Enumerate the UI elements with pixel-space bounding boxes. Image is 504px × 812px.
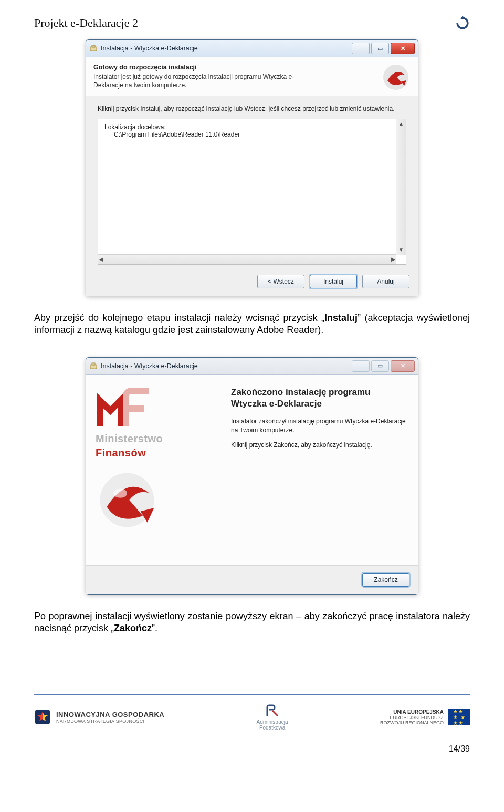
paragraph-2: Po poprawnej instalacji wyświetlony zost… bbox=[34, 610, 470, 634]
eu-line2: EUROPEJSKI FUNDUSZ bbox=[380, 715, 444, 720]
left-panel: Ministerstwo Finansów bbox=[86, 375, 229, 565]
ap-icon bbox=[265, 703, 280, 718]
installer-icon bbox=[89, 362, 98, 370]
header-divider bbox=[34, 33, 470, 33]
finish-line-1: Instalator zakończył instalację programu… bbox=[231, 417, 407, 435]
eu-line3: ROZWOJU REGIONALNEGO bbox=[380, 720, 444, 725]
eu-line1: UNIA EUROPEJSKA bbox=[380, 709, 444, 715]
finish-title: Zakończono instalację programu Wtyczka e… bbox=[231, 387, 407, 410]
right-panel: Zakończono instalację programu Wtyczka e… bbox=[229, 375, 418, 565]
step-header: Gotowy do rozpoczęcia instalacji Instala… bbox=[86, 57, 418, 96]
window-title: Instalacja - Wtyczka e-Deklaracje bbox=[101, 362, 352, 370]
step-title: Gotowy do rozpoczęcia instalacji bbox=[93, 64, 411, 71]
scroll-up-icon[interactable]: ▲ bbox=[396, 119, 406, 129]
footer-center: Administracja Podatkowa bbox=[257, 703, 288, 731]
installer-icon bbox=[89, 44, 98, 53]
horizontal-scrollbar[interactable]: ◀ ▶ bbox=[98, 254, 396, 264]
titlebar[interactable]: Instalacja - Wtyczka e-Deklaracje — ▭ ✕ bbox=[86, 40, 418, 57]
document-header: Projekt e-Deklaracje 2 bbox=[34, 16, 470, 30]
paragraph-1: Aby przejść do kolejnego etapu instalacj… bbox=[34, 312, 470, 336]
mf-logo-icon bbox=[96, 388, 153, 429]
app-logo-large-icon bbox=[96, 469, 159, 532]
maximize-button: ▭ bbox=[371, 360, 389, 372]
summary-label: Lokalizacja docelowa: bbox=[104, 123, 394, 131]
minimize-button[interactable]: — bbox=[352, 43, 370, 54]
svg-rect-1 bbox=[92, 45, 95, 47]
footer-divider bbox=[34, 694, 470, 695]
ap-line1: Administracja bbox=[257, 719, 288, 725]
ig-line1: INNOWACYJNA GOSPODARKA bbox=[56, 711, 164, 719]
eu-flag-icon: ★ ★★ ★★ ★ bbox=[448, 709, 470, 725]
svg-point-7 bbox=[113, 488, 127, 497]
mf-logo-line2: Finansów bbox=[96, 447, 146, 459]
summary-box[interactable]: Lokalizacja docelowa: C:\Program Files\A… bbox=[98, 119, 406, 265]
scroll-left-icon[interactable]: ◀ bbox=[99, 256, 103, 262]
para2-bold: Zakończ bbox=[114, 623, 152, 633]
install-button[interactable]: Instaluj bbox=[310, 275, 357, 288]
page-number: 14/39 bbox=[34, 744, 470, 754]
para1-bold: Instaluj bbox=[324, 313, 358, 323]
footer-right: UNIA EUROPEJSKA EUROPEJSKI FUNDUSZ ROZWO… bbox=[380, 709, 470, 725]
maximize-button[interactable]: ▭ bbox=[371, 43, 389, 54]
para2-post: ”. bbox=[152, 623, 158, 633]
close-button: ✕ bbox=[391, 360, 415, 372]
minimize-button: — bbox=[352, 360, 370, 372]
scroll-right-icon[interactable]: ▶ bbox=[391, 256, 395, 262]
installer-window-finished: Instalacja - Wtyczka e-Deklaracje — ▭ ✕ … bbox=[86, 357, 418, 595]
instruction-text: Kliknij przycisk Instaluj, aby rozpocząć… bbox=[98, 105, 406, 113]
cancel-button[interactable]: Anuluj bbox=[362, 275, 410, 288]
ap-line2: Podatkowa bbox=[259, 725, 285, 731]
app-logo-icon bbox=[381, 63, 411, 92]
footer: INNOWACYJNA GOSPODARKA NARODOWA STRATEGI… bbox=[34, 703, 470, 731]
finish-button[interactable]: Zakończ bbox=[362, 573, 410, 587]
para2-pre: Po poprawnej instalacji wyświetlony zost… bbox=[34, 611, 470, 633]
footer-left: INNOWACYJNA GOSPODARKA NARODOWA STRATEGI… bbox=[34, 709, 164, 725]
close-button[interactable]: ✕ bbox=[391, 43, 415, 54]
ig-badge-icon bbox=[34, 709, 51, 725]
refresh-icon bbox=[455, 16, 470, 30]
para1-pre: Aby przejść do kolejnego etapu instalacj… bbox=[34, 313, 324, 323]
window-title: Instalacja - Wtyczka e-Deklaracje bbox=[101, 45, 352, 52]
finish-line-2: Kliknij przycisk Zakończ, aby zakończyć … bbox=[231, 441, 407, 450]
svg-rect-5 bbox=[126, 405, 144, 412]
back-button[interactable]: < Wstecz bbox=[257, 275, 304, 288]
ig-line2: NARODOWA STRATEGIA SPÓJNOŚCI bbox=[56, 719, 164, 724]
document-title: Projekt e-Deklaracje 2 bbox=[34, 16, 138, 30]
vertical-scrollbar[interactable]: ▲ ▼ bbox=[396, 119, 406, 255]
titlebar[interactable]: Instalacja - Wtyczka e-Deklaracje — ▭ ✕ bbox=[86, 358, 418, 375]
scroll-down-icon[interactable]: ▼ bbox=[396, 245, 406, 255]
step-subtitle: Instalator jest już gotowy do rozpoczęci… bbox=[93, 72, 319, 89]
installer-window-ready: Instalacja - Wtyczka e-Deklaracje — ▭ ✕ … bbox=[86, 39, 418, 296]
mf-logo-line1: Ministerstwo bbox=[96, 433, 163, 445]
svg-rect-4 bbox=[92, 363, 95, 365]
summary-path: C:\Program Files\Adobe\Reader 11.0\Reade… bbox=[104, 131, 394, 138]
